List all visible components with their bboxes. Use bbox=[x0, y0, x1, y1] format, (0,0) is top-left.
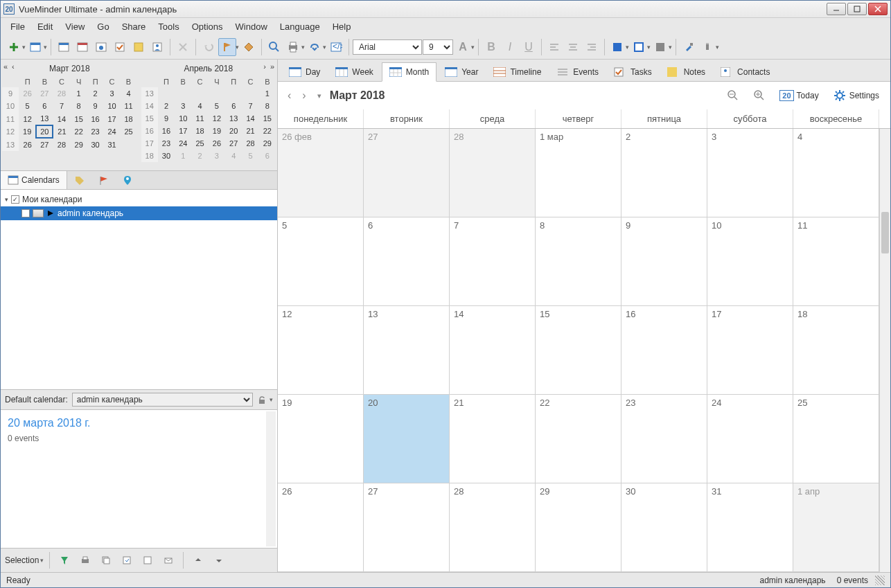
mini-day[interactable]: 21 bbox=[242, 125, 258, 137]
mini-day[interactable]: 6 bbox=[225, 100, 242, 112]
mini-day[interactable]: 17 bbox=[104, 112, 121, 125]
mini-day[interactable]: 8 bbox=[71, 100, 87, 112]
day-cell[interactable]: 20 bbox=[364, 395, 450, 483]
mini-day[interactable]: 2 bbox=[158, 100, 175, 112]
shade-button[interactable] bbox=[651, 38, 669, 56]
mini-day[interactable]: 15 bbox=[71, 112, 87, 125]
search-button[interactable] bbox=[265, 38, 283, 56]
tab-events[interactable]: Events bbox=[549, 62, 606, 81]
tab-locations[interactable] bbox=[116, 171, 139, 189]
font-family-select[interactable]: Arial bbox=[353, 39, 422, 55]
mini-day[interactable]: 18 bbox=[121, 112, 137, 125]
print-button[interactable] bbox=[284, 38, 302, 56]
default-calendar-select[interactable]: admin календарь bbox=[72, 393, 253, 407]
day-cell[interactable]: 17 bbox=[707, 306, 793, 394]
dropdown-icon[interactable]: ▾ bbox=[323, 44, 326, 51]
mini-day[interactable]: 2 bbox=[191, 150, 208, 162]
mini-day[interactable]: 10 bbox=[104, 100, 121, 112]
day-cell[interactable]: 26 bbox=[278, 483, 364, 571]
dropdown-icon[interactable]: ▾ bbox=[626, 44, 629, 51]
mini-day[interactable]: 2 bbox=[87, 87, 104, 100]
tab-contacts[interactable]: Contacts bbox=[714, 62, 777, 81]
day-cell[interactable]: 29 bbox=[536, 483, 621, 571]
period-dropdown[interactable]: ▾ bbox=[315, 90, 324, 102]
mini-day[interactable]: 13 bbox=[36, 112, 53, 125]
settings-button[interactable]: Settings bbox=[829, 86, 883, 105]
bold-button[interactable]: B bbox=[482, 38, 500, 56]
tab-calendars[interactable]: Calendars bbox=[1, 171, 67, 189]
html-button[interactable]: </> bbox=[327, 38, 345, 56]
mini-day[interactable]: 1 bbox=[175, 150, 191, 162]
menu-tools[interactable]: Tools bbox=[152, 19, 184, 34]
category-button[interactable] bbox=[240, 38, 258, 56]
underline-button[interactable]: U bbox=[520, 38, 538, 56]
mini-day[interactable]: 3 bbox=[104, 87, 121, 100]
mini-day[interactable] bbox=[121, 138, 137, 151]
email-button[interactable] bbox=[159, 551, 177, 569]
day-cell[interactable]: 12 bbox=[278, 306, 364, 394]
mini-day[interactable]: 27 bbox=[36, 138, 53, 151]
mini-day[interactable]: 3 bbox=[209, 150, 225, 162]
mini-day[interactable]: 29 bbox=[259, 137, 276, 150]
event-icon[interactable] bbox=[55, 38, 73, 56]
contact-icon[interactable] bbox=[148, 38, 166, 56]
next-period-button[interactable]: › bbox=[299, 88, 308, 103]
tab-tags[interactable] bbox=[67, 171, 92, 189]
day-cell[interactable]: 23 bbox=[621, 395, 707, 483]
day-cell[interactable]: 9 bbox=[621, 217, 707, 305]
mini-day[interactable]: 14 bbox=[53, 112, 70, 125]
mini-day[interactable]: 1 bbox=[71, 87, 87, 100]
dropdown-icon[interactable]: ▾ bbox=[471, 44, 475, 51]
dropdown-icon[interactable]: ▾ bbox=[44, 44, 47, 51]
mini-day[interactable]: 13 bbox=[225, 112, 242, 125]
day-cell[interactable]: 18 bbox=[793, 306, 879, 394]
mini-day[interactable]: 8 bbox=[259, 100, 276, 112]
scrollbar-thumb[interactable] bbox=[881, 212, 889, 253]
mini-day[interactable]: 20 bbox=[36, 125, 53, 138]
day-cell[interactable]: 26 фев bbox=[278, 129, 364, 217]
mini-day[interactable]: 31 bbox=[104, 138, 121, 151]
menu-edit[interactable]: Edit bbox=[32, 19, 58, 34]
mini-day[interactable]: 17 bbox=[175, 125, 191, 137]
day-cell[interactable]: 1 апр bbox=[793, 483, 879, 571]
day-cell[interactable]: 1 мар bbox=[536, 129, 621, 217]
mini-day[interactable]: 3 bbox=[175, 100, 191, 112]
tab-tasks[interactable]: Tasks bbox=[607, 62, 659, 81]
dropdown-icon[interactable]: ▾ bbox=[22, 44, 26, 51]
mini-day[interactable] bbox=[158, 87, 175, 100]
menu-options[interactable]: Options bbox=[186, 19, 229, 34]
mini-day[interactable]: 27 bbox=[36, 87, 53, 100]
mini-day[interactable]: 29 bbox=[71, 138, 87, 151]
dropdown-icon[interactable]: ▾ bbox=[647, 44, 651, 51]
prev-year-button[interactable]: « bbox=[3, 62, 8, 71]
prev-button[interactable] bbox=[189, 551, 207, 569]
filter-button[interactable] bbox=[55, 551, 73, 569]
align-center-button[interactable] bbox=[564, 38, 582, 56]
mini-day[interactable]: 11 bbox=[191, 112, 208, 125]
mini-day[interactable]: 15 bbox=[259, 112, 276, 125]
day-cell[interactable]: 13 bbox=[364, 306, 450, 394]
new-button[interactable] bbox=[5, 38, 23, 56]
menu-view[interactable]: View bbox=[60, 19, 90, 34]
prev-period-button[interactable]: ‹ bbox=[285, 88, 294, 103]
day-cell[interactable]: 27 bbox=[364, 483, 450, 571]
mini-day[interactable]: 7 bbox=[53, 100, 70, 112]
align-right-button[interactable] bbox=[583, 38, 601, 56]
tab-flags[interactable] bbox=[92, 171, 116, 189]
mini-day[interactable]: 10 bbox=[175, 112, 191, 125]
mini-cal-title[interactable]: Апрель 2018 bbox=[141, 62, 276, 76]
mini-day[interactable] bbox=[225, 87, 242, 100]
tree-item-admin[interactable]: ✓ admin календарь bbox=[1, 206, 277, 220]
scrollbar[interactable] bbox=[879, 129, 890, 572]
day-cell[interactable]: 15 bbox=[536, 306, 621, 394]
sync-button[interactable] bbox=[306, 38, 324, 56]
zoom-in-button[interactable] bbox=[749, 87, 770, 105]
mini-day[interactable]: 22 bbox=[71, 125, 87, 138]
save-button[interactable] bbox=[139, 551, 157, 569]
day-cell[interactable]: 10 bbox=[707, 217, 793, 305]
flag-button[interactable] bbox=[218, 38, 236, 56]
mini-cal-title[interactable]: Март 2018 bbox=[2, 62, 137, 76]
mini-day[interactable]: 19 bbox=[209, 125, 225, 137]
mini-day[interactable]: 23 bbox=[158, 137, 175, 150]
mini-day[interactable]: 26 bbox=[19, 138, 36, 151]
